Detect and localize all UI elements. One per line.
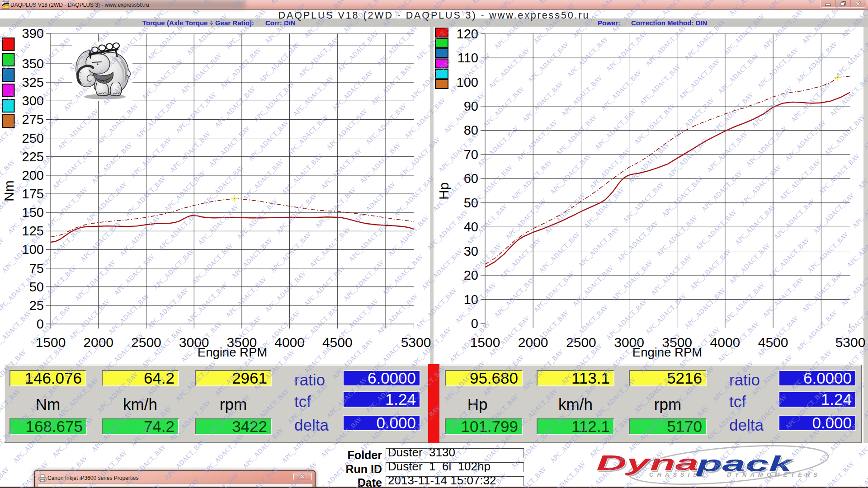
- svg-text:390: 390: [22, 26, 44, 41]
- svg-text:225: 225: [22, 150, 44, 164]
- svg-text:75: 75: [29, 261, 44, 276]
- svg-text:1500: 1500: [36, 335, 66, 350]
- svg-text:4500: 4500: [322, 335, 353, 350]
- svg-text:2500: 2500: [566, 335, 596, 350]
- svg-text:2000: 2000: [83, 335, 113, 350]
- svg-text:175: 175: [22, 187, 44, 201]
- svg-text:300: 300: [22, 94, 44, 108]
- svg-text:60: 60: [464, 171, 478, 186]
- svg-text:0: 0: [471, 316, 478, 331]
- svg-text:200: 200: [22, 168, 44, 183]
- svg-text:10: 10: [464, 292, 478, 307]
- svg-text:Nm: Nm: [1, 180, 16, 202]
- svg-text:80: 80: [464, 123, 478, 137]
- svg-text:4000: 4000: [710, 335, 741, 350]
- svg-text:1500: 1500: [470, 335, 500, 350]
- svg-text:250: 250: [22, 131, 44, 145]
- svg-text:DYNAMOMETERS: DYNAMOMETERS: [727, 471, 821, 478]
- svg-text:100: 100: [457, 75, 478, 89]
- svg-text:120: 120: [457, 27, 478, 41]
- svg-text:20: 20: [464, 268, 478, 282]
- svg-text:4500: 4500: [758, 335, 788, 350]
- svg-text:4000: 4000: [274, 335, 305, 350]
- svg-text:2500: 2500: [131, 335, 161, 350]
- svg-text:100: 100: [22, 242, 44, 257]
- svg-text:325: 325: [22, 75, 44, 89]
- svg-text:0: 0: [37, 317, 44, 331]
- svg-text:110: 110: [458, 51, 478, 65]
- svg-text:25: 25: [29, 298, 44, 313]
- svg-text:5300: 5300: [835, 335, 866, 350]
- svg-text:CHASSIS: CHASSIS: [649, 471, 701, 478]
- svg-text:40: 40: [464, 220, 478, 234]
- svg-text:90: 90: [464, 99, 478, 113]
- svg-text:5300: 5300: [401, 335, 431, 350]
- svg-text:275: 275: [22, 112, 44, 127]
- svg-text:Engine RPM: Engine RPM: [632, 345, 702, 359]
- svg-text:Engine RPM: Engine RPM: [198, 345, 267, 359]
- svg-text:70: 70: [464, 147, 478, 162]
- svg-text:Hp: Hp: [436, 183, 451, 200]
- svg-text:30: 30: [464, 244, 478, 258]
- svg-text:125: 125: [22, 224, 44, 238]
- svg-text:150: 150: [22, 205, 44, 220]
- svg-text:50: 50: [464, 196, 478, 210]
- svg-text:350: 350: [22, 56, 44, 71]
- svg-text:50: 50: [29, 280, 44, 294]
- svg-text:2000: 2000: [518, 335, 548, 350]
